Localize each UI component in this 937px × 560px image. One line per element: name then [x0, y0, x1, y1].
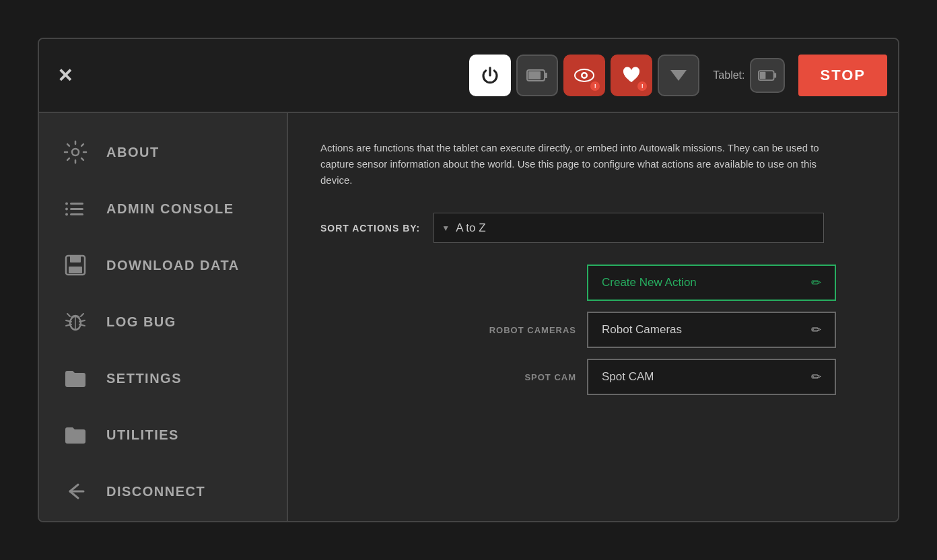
close-button[interactable]: ✕ [50, 61, 79, 90]
eye-alert-badge: ! [590, 81, 600, 91]
sidebar-utilities-label: UTILITIES [106, 427, 179, 443]
bug-icon [61, 307, 90, 337]
svg-rect-11 [70, 203, 83, 205]
svg-rect-1 [545, 73, 547, 78]
stop-button[interactable]: STOP [798, 55, 887, 96]
spot-cam-row: SPOT CAM Spot CAM ✏ [455, 359, 866, 395]
heart-alert-icon-btn[interactable]: ! [611, 55, 652, 96]
sidebar-settings-label: SETTINGS [106, 371, 182, 386]
eye-icon [574, 68, 594, 83]
svg-point-14 [65, 203, 68, 205]
header-icons: ! ! [469, 55, 699, 96]
robot-cameras-row-label: ROBOT CAMERAS [455, 325, 576, 335]
robot-cameras-row: ROBOT CAMERAS Robot Cameras ✏ [455, 312, 866, 348]
gear-icon [61, 137, 90, 167]
tablet-section: Tablet: [713, 58, 785, 93]
svg-point-10 [72, 149, 79, 155]
tablet-label: Tablet: [713, 69, 744, 81]
power-icon [480, 65, 500, 85]
svg-rect-19 [69, 267, 82, 273]
sidebar-admin-label: ADMIN CONSOLE [106, 201, 234, 217]
spot-cam-row-label: SPOT CAM [455, 372, 576, 382]
svg-point-16 [65, 213, 68, 216]
actions-area: Create New Action ✏ ROBOT CAMERAS Robot … [455, 265, 866, 395]
create-new-action-button[interactable]: Create New Action ✏ [587, 265, 836, 301]
power-icon-btn[interactable] [469, 55, 511, 96]
sidebar-item-disconnect[interactable]: DISCONNECT [39, 463, 287, 520]
battery-icon [526, 69, 548, 82]
sidebar-logbug-label: LOG BUG [106, 314, 176, 330]
battery-icon-btn[interactable] [516, 55, 558, 96]
svg-rect-2 [528, 71, 541, 79]
svg-rect-13 [70, 213, 83, 215]
tablet-battery-icon-btn[interactable] [750, 58, 785, 93]
sidebar-disconnect-label: DISCONNECT [106, 484, 205, 499]
description-text: Actions are functions that the tablet ca… [320, 140, 845, 188]
sidebar-item-admin-console[interactable]: ADMIN CONSOLE [39, 180, 287, 237]
eye-alert-icon-btn[interactable]: ! [563, 55, 605, 96]
body: ABOUT ADMIN CONSOLE [39, 113, 898, 521]
sidebar: ABOUT ADMIN CONSOLE [39, 113, 288, 521]
tablet-battery-icon [758, 69, 777, 81]
sidebar-item-settings[interactable]: SETTINGS [39, 350, 287, 407]
folder-settings-icon [61, 363, 90, 393]
header: ✕ [39, 39, 898, 113]
sort-label: SORT ACTIONS BY: [320, 223, 420, 234]
sort-select-wrapper: A to Z Z to A Recently Added [433, 213, 824, 243]
sort-select[interactable]: A to Z Z to A Recently Added [433, 213, 824, 243]
svg-point-15 [65, 208, 68, 211]
sidebar-item-utilities[interactable]: UTILITIES [39, 407, 287, 463]
sidebar-about-label: ABOUT [106, 145, 160, 160]
svg-rect-8 [774, 73, 777, 78]
save-icon [61, 250, 90, 280]
spot-cam-pencil-icon: ✏ [811, 370, 821, 384]
sidebar-download-label: DOWNLOAD DATA [106, 258, 240, 273]
robot-cameras-label: Robot Cameras [602, 323, 682, 337]
main-content: Actions are functions that the tablet ca… [288, 113, 898, 521]
svg-rect-18 [70, 256, 81, 262]
heart-icon [622, 67, 641, 84]
spot-cam-label: Spot CAM [602, 370, 654, 384]
arrow-left-icon [61, 477, 90, 506]
signal-icon [669, 69, 688, 82]
list-icon [61, 194, 90, 223]
create-new-action-label: Create New Action [602, 276, 697, 289]
svg-marker-6 [670, 70, 687, 81]
sidebar-item-download-data[interactable]: DOWNLOAD DATA [39, 237, 287, 293]
sidebar-item-about[interactable]: ABOUT [39, 124, 287, 180]
heart-alert-badge: ! [637, 81, 647, 91]
svg-point-5 [583, 74, 586, 77]
robot-cameras-button[interactable]: Robot Cameras ✏ [587, 312, 836, 348]
signal-icon-btn[interactable] [658, 55, 699, 96]
svg-rect-12 [70, 208, 83, 210]
folder-utilities-icon [61, 420, 90, 450]
spot-cam-button[interactable]: Spot CAM ✏ [587, 359, 836, 395]
create-new-action-row: Create New Action ✏ [455, 265, 866, 301]
robot-cameras-pencil-icon: ✏ [811, 322, 821, 337]
create-pencil-icon: ✏ [811, 275, 821, 290]
sidebar-item-log-bug[interactable]: LOG BUG [39, 293, 287, 350]
sort-row: SORT ACTIONS BY: A to Z Z to A Recently … [320, 213, 866, 243]
app-window: ✕ [38, 38, 899, 522]
svg-rect-9 [760, 72, 766, 79]
